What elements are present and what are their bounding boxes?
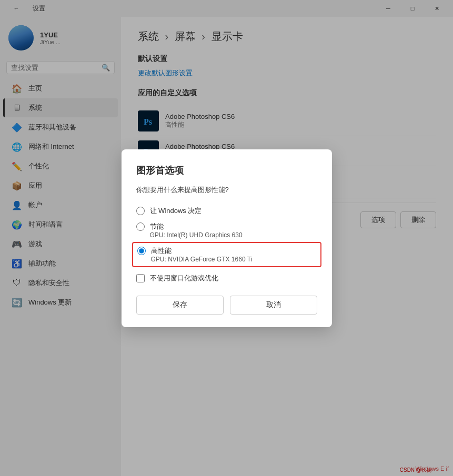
radio-row: 高性能: [137, 246, 316, 256]
modal-dialog: 图形首选项 你想要用什么来提高图形性能? 让 Windows 决定 节能 GPU…: [122, 149, 332, 327]
radio-row: 让 Windows 决定: [136, 206, 317, 216]
radio-option-auto: 让 Windows 决定: [136, 203, 317, 219]
radio-label-power_save[interactable]: 节能: [150, 222, 164, 231]
radio-option-power_save: 节能 GPU: Intel(R) UHD Graphics 630: [136, 219, 317, 242]
radio-group: 让 Windows 决定 节能 GPU: Intel(R) UHD Graphi…: [136, 203, 317, 267]
radio-input-high_perf[interactable]: [137, 247, 146, 255]
radio-label-auto[interactable]: 让 Windows 决定: [150, 206, 202, 216]
cancel-button[interactable]: 取消: [230, 296, 317, 315]
radio-input-auto[interactable]: [136, 207, 145, 215]
radio-sub-high_perf: GPU: NVIDIA GeForce GTX 1660 Ti: [151, 256, 316, 263]
modal-subtitle: 你想要用什么来提高图形性能?: [136, 185, 317, 195]
radio-option-high_perf: 高性能 GPU: NVIDIA GeForce GTX 1660 Ti: [132, 242, 321, 267]
radio-input-power_save[interactable]: [136, 222, 145, 231]
checkbox-label[interactable]: 不使用窗口化游戏优化: [150, 274, 218, 283]
radio-row: 节能: [136, 222, 317, 231]
radio-sub-power_save: GPU: Intel(R) UHD Graphics 630: [150, 231, 317, 239]
radio-label-high_perf[interactable]: 高性能: [151, 246, 172, 256]
checkbox-row: 不使用窗口化游戏优化: [136, 274, 317, 283]
save-button[interactable]: 保存: [136, 296, 224, 315]
modal-overlay: 图形首选项 你想要用什么来提高图形性能? 让 Windows 决定 节能 GPU…: [0, 0, 453, 476]
modal-buttons: 保存 取消: [136, 296, 317, 315]
windowed-game-checkbox[interactable]: [136, 274, 145, 282]
modal-title: 图形首选项: [136, 164, 317, 177]
